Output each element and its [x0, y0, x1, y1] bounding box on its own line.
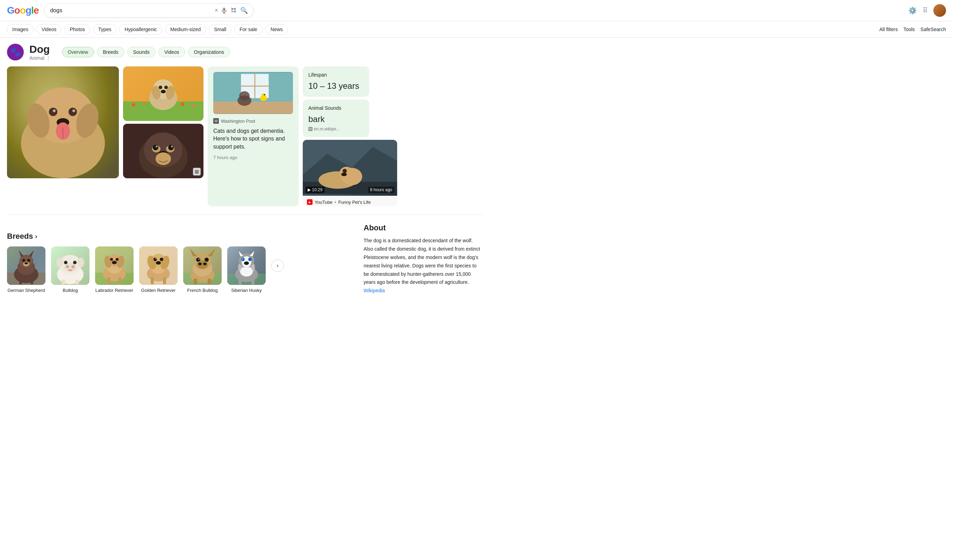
entity-info: Dog Animal ⋮	[29, 43, 51, 61]
avatar[interactable]	[933, 4, 946, 17]
svg-point-101	[160, 258, 163, 261]
labrador-label: Labrador Retriever	[95, 288, 133, 293]
svg-rect-137	[251, 278, 255, 285]
svg-point-103	[156, 261, 161, 265]
entity-nav: Overview Breeds Sounds Videos Organizati…	[62, 47, 230, 57]
about-section: About The dog is a domesticated descenda…	[363, 223, 483, 295]
news-time: 7 hours ago	[213, 155, 293, 160]
breed-item-german-shepherd[interactable]: German Shepherd	[7, 247, 45, 293]
svg-point-54	[340, 167, 354, 179]
animal-sounds-card[interactable]: Animal Sounds bark W en.m.wikipe...	[303, 99, 369, 137]
lifespan-card[interactable]: Lifespan 10 – 13 years	[303, 67, 369, 97]
news-source: W Washington Post	[213, 118, 293, 124]
entity-nav-organizations[interactable]: Organizations	[188, 47, 230, 57]
breeds-title[interactable]: Breeds ›	[7, 232, 349, 241]
video-card[interactable]: ▶ 10:29 8 hours ago ▶ YouTube • Funny Pe…	[303, 140, 397, 206]
bulldog-image	[51, 247, 90, 285]
breed-item-labrador[interactable]: Labrador Retriever	[95, 247, 133, 293]
info-cards: Lifespan 10 – 13 years Animal Sounds bar…	[303, 67, 397, 206]
filter-videos[interactable]: Videos	[36, 24, 62, 35]
search-bar: × 🔍	[44, 3, 254, 17]
search-submit-icon[interactable]: 🔍	[240, 7, 248, 14]
rottweiler-photo[interactable]: ⊞	[123, 124, 203, 178]
filter-medium-sized[interactable]: Medium-sized	[165, 24, 206, 35]
svg-rect-93	[118, 277, 121, 284]
breeds-arrow-icon[interactable]: ›	[35, 233, 37, 240]
entity-nav-sounds[interactable]: Sounds	[127, 47, 155, 57]
lifespan-title: Lifespan	[308, 72, 363, 78]
breed-item-husky[interactable]: Siberian Husky	[227, 247, 266, 293]
header: Google × 🔍 ⚙️ ⠿	[0, 0, 953, 21]
svg-rect-120	[208, 279, 211, 284]
content-left: Breeds ›	[7, 223, 349, 295]
svg-point-28	[192, 104, 194, 107]
breed-item-golden-retriever[interactable]: Golden Retriever	[139, 247, 178, 293]
svg-point-47	[264, 94, 265, 95]
svg-point-10	[68, 108, 77, 116]
news-card-image	[213, 72, 293, 114]
dog-golden-image	[7, 67, 119, 178]
filter-photos[interactable]: Photos	[64, 24, 90, 35]
washington-post-icon: W	[213, 118, 219, 124]
filter-for-sale[interactable]: For sale	[234, 24, 262, 35]
svg-rect-81	[76, 280, 79, 285]
svg-rect-80	[62, 280, 65, 285]
filter-news[interactable]: News	[265, 24, 288, 35]
svg-point-74	[73, 261, 76, 264]
lens-icon[interactable]	[230, 7, 237, 14]
svg-point-90	[116, 258, 118, 261]
filter-small[interactable]: Small	[209, 24, 231, 35]
entity-more-icon[interactable]: ⋮	[46, 55, 51, 61]
svg-point-91	[112, 261, 117, 264]
dog-main-photo[interactable]	[7, 67, 119, 178]
svg-point-64	[22, 259, 25, 262]
youtube-icon: ▶	[307, 199, 312, 205]
news-card[interactable]: W Washington Post Cats and dogs get deme…	[208, 67, 298, 206]
entity-nav-videos[interactable]: Videos	[158, 47, 185, 57]
google-logo[interactable]: Google	[7, 5, 39, 16]
svg-rect-119	[194, 279, 197, 284]
svg-rect-68	[19, 278, 22, 284]
svg-point-56	[341, 173, 347, 176]
filter-hypoallergenic[interactable]: Hypoallergenic	[119, 24, 162, 35]
svg-point-27	[181, 102, 184, 106]
svg-point-134	[242, 258, 243, 260]
tools-button[interactable]: Tools	[903, 26, 915, 32]
breeds-more-button[interactable]: ›	[271, 259, 284, 272]
breeds-section: Breeds ›	[7, 232, 349, 293]
clear-icon[interactable]: ×	[215, 7, 218, 14]
safe-search-button[interactable]: SafeSearch	[920, 26, 946, 32]
french-bulldog-image	[183, 247, 222, 285]
mic-icon[interactable]	[220, 7, 228, 14]
svg-point-73	[64, 261, 67, 264]
lifespan-value: 10 – 13 years	[308, 81, 363, 91]
svg-point-37	[171, 146, 173, 147]
entity-nav-overview[interactable]: Overview	[62, 47, 94, 57]
breed-item-bulldog[interactable]: Bulldog	[51, 247, 90, 293]
sounds-value: bark	[308, 113, 363, 124]
content-right: About The dog is a domesticated descenda…	[363, 223, 483, 295]
all-filters-button[interactable]: All filters	[879, 26, 898, 32]
svg-rect-41	[213, 102, 293, 114]
sounds-title: Animal Sounds	[308, 105, 363, 111]
french-bulldog-label: French Bulldog	[187, 288, 217, 293]
apps-icon[interactable]: ⠿	[923, 6, 928, 15]
filter-images[interactable]: Images	[7, 24, 34, 35]
about-wikipedia-link[interactable]: Wikipedia	[363, 288, 385, 293]
puppy-field-photo[interactable]	[123, 67, 203, 121]
divider	[7, 215, 483, 215]
breed-item-french-bulldog[interactable]: French Bulldog	[183, 247, 222, 293]
entity-nav-breeds[interactable]: Breeds	[97, 47, 124, 57]
svg-point-65	[27, 259, 30, 262]
svg-point-9	[49, 108, 57, 116]
settings-icon[interactable]: ⚙️	[908, 6, 917, 15]
svg-point-55	[343, 169, 347, 173]
search-input[interactable]	[50, 7, 212, 14]
avatar-image	[933, 4, 946, 17]
svg-point-133	[248, 258, 252, 261]
svg-rect-105	[163, 277, 166, 284]
filter-types[interactable]: Types	[93, 24, 116, 35]
breeds-grid: German Shepherd	[7, 247, 349, 293]
expand-icon[interactable]: ⊞	[193, 168, 201, 175]
video-duration: ▶ 10:29	[306, 187, 324, 193]
